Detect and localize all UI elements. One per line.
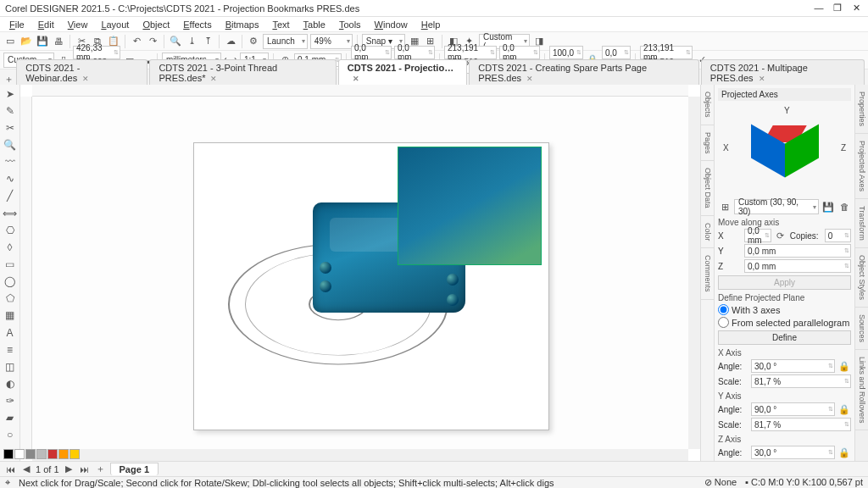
launch-dropdown[interactable]: Launch xyxy=(263,34,308,49)
y-scale[interactable]: 81,7 % xyxy=(751,418,851,431)
scrollbar-vertical[interactable] xyxy=(688,97,700,449)
connector-tool-icon[interactable]: ⎔ xyxy=(2,223,19,237)
define-button[interactable]: Define xyxy=(718,330,851,345)
eyedropper-tool-icon[interactable]: ✑ xyxy=(2,394,19,408)
search-icon[interactable]: 🔍 xyxy=(169,35,182,48)
docker-tab-objects[interactable]: Objects xyxy=(701,85,714,125)
menu-table[interactable]: Table xyxy=(298,19,331,30)
next-page-icon[interactable]: ▶ xyxy=(62,463,75,476)
close-tab-icon[interactable]: ✕ xyxy=(82,75,89,83)
delete-preset-icon[interactable]: 🗑 xyxy=(837,200,851,214)
color-swatch[interactable] xyxy=(14,449,25,459)
move-z-input[interactable]: 0,0 mm xyxy=(744,259,851,273)
import-icon[interactable]: ⤓ xyxy=(185,35,198,48)
document-tab[interactable]: CDTS 2021 - Webinar.des✕ xyxy=(16,59,147,86)
crop-tool-icon[interactable]: ✂ xyxy=(2,120,19,135)
axes-preview[interactable]: X Y Z xyxy=(718,104,851,197)
curve-tool-icon[interactable]: ∿ xyxy=(2,172,19,186)
color-swatch[interactable] xyxy=(36,449,47,459)
minimize-button[interactable]: — xyxy=(812,3,826,14)
pct-x[interactable]: 100,0 xyxy=(549,46,583,59)
drawing-page[interactable] xyxy=(193,142,549,430)
menu-file[interactable]: File xyxy=(3,19,31,30)
canvas[interactable] xyxy=(32,97,688,449)
close-tab-icon[interactable]: ✕ xyxy=(210,75,217,83)
document-tab[interactable]: CDTS 2021 - Projectio…✕ xyxy=(338,59,467,86)
projection-preset[interactable]: Custom (30, 90, 30) xyxy=(734,199,819,214)
docker-tab-sources[interactable]: Sources xyxy=(855,308,868,350)
ruler-horizontal[interactable] xyxy=(32,85,688,97)
menu-object[interactable]: Object xyxy=(136,19,175,30)
open-icon[interactable]: 📂 xyxy=(19,35,33,48)
zoom-tool-icon[interactable]: 🔍 xyxy=(2,137,19,152)
docker-tab-comments[interactable]: Comments xyxy=(701,248,714,300)
menu-effects[interactable]: Effects xyxy=(177,19,217,30)
scrollbar-horizontal[interactable] xyxy=(32,449,688,461)
polygon-tool-icon[interactable]: ⬠ xyxy=(2,291,19,306)
menu-edit[interactable]: Edit xyxy=(32,19,60,30)
preset-icon[interactable]: ⊞ xyxy=(718,200,732,214)
shape-tool-icon[interactable]: ✎ xyxy=(2,103,19,118)
document-tab[interactable]: CDTS 2021 - Creating Spare Parts Page PR… xyxy=(469,59,699,86)
line-tool-icon[interactable]: ╱ xyxy=(2,189,19,203)
move-x-input[interactable]: 0,0 mm xyxy=(744,229,771,242)
move-y-input[interactable]: 0,0 mm xyxy=(744,244,851,258)
export-icon[interactable]: ⤒ xyxy=(201,35,214,48)
outline-indicator[interactable]: ▪ C:0 M:0 Y:0 K:100 0,567 pt xyxy=(745,477,863,488)
color-swatch[interactable] xyxy=(3,449,14,459)
lock-z-icon[interactable]: 🔒 xyxy=(837,446,851,459)
z-angle[interactable]: 30,0 ° xyxy=(751,446,835,459)
docker-tab-transform[interactable]: Transform xyxy=(855,199,868,248)
x-angle[interactable]: 30,0 ° xyxy=(751,359,835,373)
print-icon[interactable]: 🖶 xyxy=(52,35,65,48)
close-tab-icon[interactable]: ✕ xyxy=(353,75,359,83)
close-button[interactable]: ✕ xyxy=(849,3,863,14)
menu-text[interactable]: Text xyxy=(266,19,295,30)
cycle-icon[interactable]: ⟳ xyxy=(774,229,787,242)
with-3-axes-radio[interactable] xyxy=(718,304,729,315)
ruler-vertical[interactable] xyxy=(20,97,32,449)
color-swatch[interactable] xyxy=(25,449,36,459)
document-tab[interactable]: CDTS 2021 - Multipage PRES.des✕ xyxy=(701,59,865,86)
menu-help[interactable]: Help xyxy=(415,19,447,30)
fill-indicator[interactable]: ⊘ None xyxy=(704,477,737,488)
from-parallelogram-radio[interactable] xyxy=(718,317,729,328)
publish-icon[interactable]: ☁ xyxy=(224,35,237,48)
docker-tab-links-and-rollovers[interactable]: Links and Rollovers xyxy=(855,350,868,431)
rot-1[interactable]: 0,0 xyxy=(602,46,631,59)
undo-icon[interactable]: ↶ xyxy=(130,35,143,48)
extrude-tool-icon[interactable]: ◫ xyxy=(2,359,19,374)
add-tab-button[interactable]: ＋ xyxy=(3,72,14,86)
pick-tool-icon[interactable]: ➤ xyxy=(2,86,19,101)
docker-tab-object-styles[interactable]: Object Styles xyxy=(855,248,868,308)
docker-tab-pages[interactable]: Pages xyxy=(701,125,714,162)
docker-tab-color[interactable]: Color xyxy=(701,216,714,249)
lock-x-icon[interactable]: 🔒 xyxy=(837,359,851,373)
save-preset-icon[interactable]: 💾 xyxy=(821,200,835,214)
docker-tab-object-data[interactable]: Object Data xyxy=(701,161,714,216)
menu-layout[interactable]: Layout xyxy=(95,19,135,30)
first-page-icon[interactable]: ⏮ xyxy=(3,463,17,476)
menu-tools[interactable]: Tools xyxy=(333,19,367,30)
document-tab[interactable]: CDTS 2021 - 3-Point Thread PRES.des*✕ xyxy=(149,59,336,86)
callout-tool-icon[interactable]: ◊ xyxy=(2,240,19,254)
add-page-icon[interactable]: ＋ xyxy=(94,463,108,476)
menu-window[interactable]: Window xyxy=(369,19,414,30)
save-icon[interactable]: 💾 xyxy=(36,35,49,48)
page-tab[interactable]: Page 1 xyxy=(110,463,159,475)
zoom-dropdown[interactable]: 49% xyxy=(310,34,353,49)
outline-tool-icon[interactable]: ○ xyxy=(2,428,19,442)
color-swatch[interactable] xyxy=(58,449,69,459)
y-angle[interactable]: 90,0 ° xyxy=(751,402,835,416)
copies-input[interactable]: 0 xyxy=(825,229,851,242)
detail-view[interactable] xyxy=(398,147,542,265)
ellipse-tool-icon[interactable]: ◯ xyxy=(2,274,19,289)
color-swatch[interactable] xyxy=(70,449,80,459)
parallel-tool-icon[interactable]: ≡ xyxy=(2,342,19,357)
table-tool-icon[interactable]: ▦ xyxy=(2,308,19,323)
close-tab-icon[interactable]: ✕ xyxy=(526,75,533,83)
close-tab-icon[interactable]: ✕ xyxy=(759,75,765,83)
prev-page-icon[interactable]: ◀ xyxy=(19,463,33,476)
x-scale[interactable]: 81,7 % xyxy=(751,374,851,388)
lock-y-icon[interactable]: 🔒 xyxy=(837,402,851,416)
